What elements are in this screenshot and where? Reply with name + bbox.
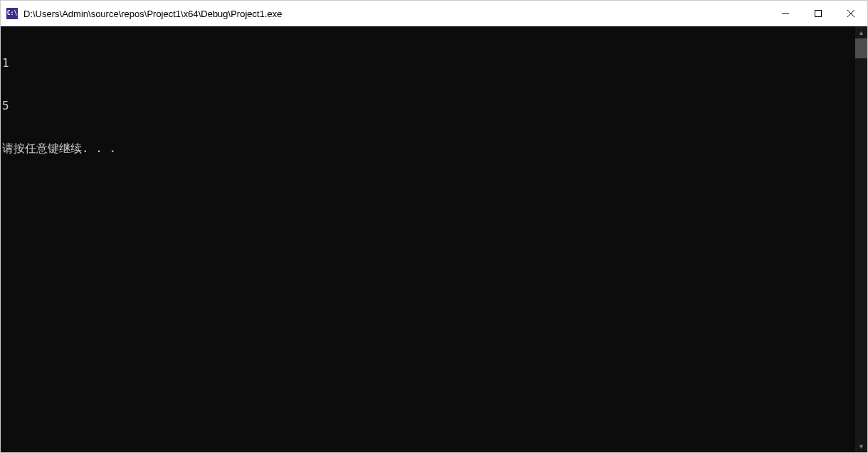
console-output[interactable]: 1 5 请按任意键继续. . . — [1, 26, 855, 452]
scroll-up-arrow-icon[interactable]: ▲ — [855, 26, 867, 38]
output-line: 5 — [2, 99, 855, 113]
svg-rect-1 — [815, 11, 822, 17]
close-button[interactable] — [835, 1, 867, 26]
minimize-button[interactable] — [769, 1, 802, 26]
maximize-icon — [815, 10, 822, 17]
scroll-track[interactable] — [855, 38, 867, 440]
maximize-button[interactable] — [802, 1, 835, 26]
scroll-thumb[interactable] — [855, 38, 867, 58]
app-icon: C:\ — [6, 8, 18, 19]
titlebar[interactable]: C:\ D:\Users\Admin\source\repos\Project1… — [1, 1, 867, 26]
window-title: D:\Users\Admin\source\repos\Project1\x64… — [23, 9, 769, 19]
window-controls — [769, 1, 867, 26]
console-body: 1 5 请按任意键继续. . . ▲ ▼ — [1, 26, 867, 452]
output-line: 1 — [2, 56, 855, 70]
minimize-icon — [782, 10, 789, 17]
close-icon — [847, 10, 854, 17]
vertical-scrollbar[interactable]: ▲ ▼ — [855, 26, 867, 452]
app-icon-text: C:\ — [7, 11, 17, 16]
console-window: C:\ D:\Users\Admin\source\repos\Project1… — [0, 0, 868, 453]
output-line: 请按任意键继续. . . — [2, 142, 855, 156]
scroll-down-arrow-icon[interactable]: ▼ — [855, 440, 867, 452]
